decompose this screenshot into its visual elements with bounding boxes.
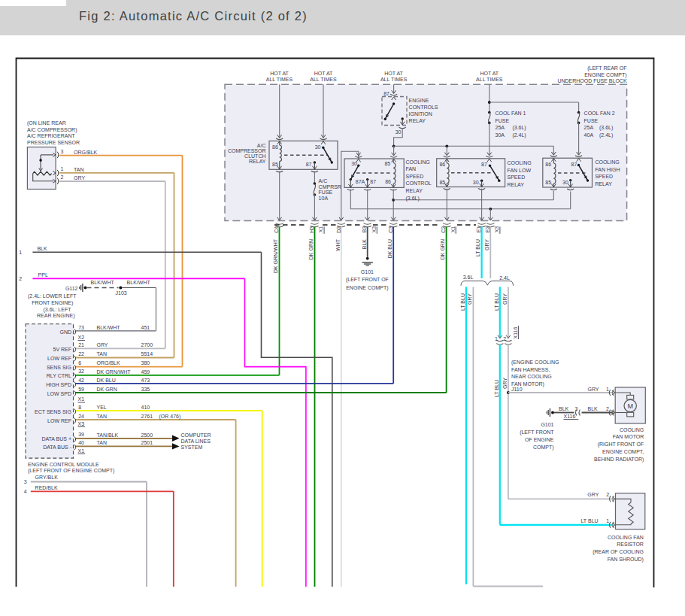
svg-text:YEL: YEL xyxy=(97,405,107,410)
svg-text:87: 87 xyxy=(370,179,376,184)
svg-text:3: 3 xyxy=(575,406,578,411)
svg-text:335: 335 xyxy=(141,387,150,392)
svg-text:5V REF: 5V REF xyxy=(53,347,71,352)
svg-text:42: 42 xyxy=(78,378,84,383)
svg-text:(3.6L: LEFT: (3.6L: LEFT xyxy=(44,307,72,313)
svg-text:PRESSURE SENSOR: PRESSURE SENSOR xyxy=(27,140,80,145)
svg-text:X1: X1 xyxy=(78,396,85,402)
svg-text:87A: 87A xyxy=(356,179,365,184)
svg-text:CONTROL: CONTROL xyxy=(406,181,432,186)
svg-text:ECT SENS SIG: ECT SENS SIG xyxy=(35,409,71,414)
svg-text:(ENGINE COOLING: (ENGINE COOLING xyxy=(511,360,559,366)
svg-text:TAN: TAN xyxy=(97,351,107,357)
svg-text:(LEFT REAR OF: (LEFT REAR OF xyxy=(587,65,626,71)
svg-text:85: 85 xyxy=(439,180,445,185)
svg-text:HOT AT: HOT AT xyxy=(314,71,333,76)
svg-text:X1: X1 xyxy=(450,226,456,233)
svg-text:(2.4L): (2.4L) xyxy=(512,132,526,138)
svg-text:BEHIND RADIATOR): BEHIND RADIATOR) xyxy=(594,457,644,463)
svg-text:RESISTOR: RESISTOR xyxy=(617,542,644,547)
svg-text:X116: X116 xyxy=(564,414,576,419)
svg-text:(2.4L: LOWER LEFT: (2.4L: LOWER LEFT xyxy=(28,293,77,299)
svg-text:FUSE: FUSE xyxy=(496,118,510,123)
svg-text:DK GRN: DK GRN xyxy=(440,239,445,259)
svg-text:RELAY: RELAY xyxy=(409,118,426,123)
svg-text:2500: 2500 xyxy=(141,432,153,438)
svg-text:40A: 40A xyxy=(584,132,594,138)
svg-text:LOW REF: LOW REF xyxy=(47,356,71,361)
svg-text:ORG/BLK: ORG/BLK xyxy=(97,360,120,366)
svg-text:RELAY: RELAY xyxy=(406,188,423,193)
svg-text:DK GRN: DK GRN xyxy=(308,239,314,259)
svg-text:2: 2 xyxy=(606,406,609,411)
svg-text:4: 4 xyxy=(24,489,27,494)
svg-text:ALL TIMES: ALL TIMES xyxy=(380,77,408,82)
svg-text:G101: G101 xyxy=(541,422,553,427)
svg-text:1: 1 xyxy=(495,336,498,341)
svg-text:X3: X3 xyxy=(78,421,85,426)
svg-text:D2: D2 xyxy=(336,226,341,233)
svg-text:C2: C2 xyxy=(441,226,446,233)
svg-text:459: 459 xyxy=(141,369,150,375)
svg-text:(3.6L): (3.6L) xyxy=(406,196,420,202)
svg-text:DK GRN/WHT: DK GRN/WHT xyxy=(97,369,132,375)
svg-text:30: 30 xyxy=(396,129,402,135)
svg-text:FAN HIGH: FAN HIGH xyxy=(595,167,620,172)
svg-text:X2: X2 xyxy=(78,335,85,340)
svg-text:H3: H3 xyxy=(309,226,314,233)
svg-text:GRY: GRY xyxy=(484,239,490,250)
svg-text:2761: 2761 xyxy=(141,414,153,419)
svg-text:A/C: A/C xyxy=(319,178,328,184)
svg-text:LT BLU: LT BLU xyxy=(494,380,499,397)
svg-text:COOLING FAN: COOLING FAN xyxy=(608,535,644,540)
svg-text:DATA LINES: DATA LINES xyxy=(181,438,211,444)
svg-text:GRY: GRY xyxy=(588,387,599,392)
svg-text:87: 87 xyxy=(571,162,577,167)
svg-text:5514: 5514 xyxy=(141,351,153,357)
svg-text:IGNITION: IGNITION xyxy=(409,111,432,117)
svg-text:2700: 2700 xyxy=(141,342,153,347)
svg-text:(ON LINE REAR: (ON LINE REAR xyxy=(27,120,66,126)
svg-text:COOL FAN 1: COOL FAN 1 xyxy=(496,111,526,116)
svg-text:J103: J103 xyxy=(116,290,127,296)
svg-text:BLK/WHT: BLK/WHT xyxy=(127,280,151,285)
svg-text:RLY CTRL: RLY CTRL xyxy=(47,373,71,378)
svg-text:GRY: GRY xyxy=(97,342,108,347)
svg-text:COMPUTER: COMPUTER xyxy=(181,432,211,438)
svg-text:30: 30 xyxy=(562,180,568,185)
svg-text:G101: G101 xyxy=(361,269,374,275)
svg-text:CMPRSR: CMPRSR xyxy=(319,184,341,190)
svg-text:40: 40 xyxy=(78,440,84,445)
svg-text:(LEFT FRONT: (LEFT FRONT xyxy=(520,429,554,435)
svg-text:86: 86 xyxy=(385,179,391,184)
svg-text:451: 451 xyxy=(141,325,150,330)
svg-text:(REAR OF COOLING: (REAR OF COOLING xyxy=(593,549,644,555)
svg-text:SPEED: SPEED xyxy=(508,174,526,180)
svg-text:LT BLU: LT BLU xyxy=(460,293,465,311)
svg-text:GRY: GRY xyxy=(502,293,508,305)
svg-text:LOW SPD: LOW SPD xyxy=(47,391,71,396)
svg-text:NEAR COOLING: NEAR COOLING xyxy=(511,374,552,379)
svg-text:E2: E2 xyxy=(485,226,490,233)
svg-text:RED/BLK: RED/BLK xyxy=(35,485,58,490)
svg-text:X1: X1 xyxy=(78,448,85,454)
svg-text:85: 85 xyxy=(384,161,390,166)
svg-text:FAN LOW: FAN LOW xyxy=(508,168,532,173)
svg-text:(LEFT FRONT OF ENGINE COMPT): (LEFT FRONT OF ENGINE COMPT) xyxy=(28,468,114,474)
svg-text:GRY/BLK: GRY/BLK xyxy=(35,475,59,480)
svg-text:C4: C4 xyxy=(274,226,279,233)
svg-text:DK BLU: DK BLU xyxy=(387,239,393,258)
svg-text:FAN MOTOR: FAN MOTOR xyxy=(613,434,644,439)
svg-text:FUSE: FUSE xyxy=(584,118,599,123)
svg-text:COOLING: COOLING xyxy=(406,159,430,165)
svg-text:30: 30 xyxy=(473,180,479,185)
svg-text:OF ENGINE: OF ENGINE xyxy=(525,437,554,442)
svg-text:ENGINE COMPT): ENGINE COMPT) xyxy=(584,72,626,78)
svg-text:6: 6 xyxy=(78,360,81,366)
svg-text:X116: X116 xyxy=(513,327,518,339)
svg-text:(RIGHT FRONT OF: (RIGHT FRONT OF xyxy=(598,442,644,448)
svg-text:59: 59 xyxy=(78,387,84,392)
svg-text:CONTROLS: CONTROLS xyxy=(409,105,438,110)
svg-text:BLK: BLK xyxy=(559,406,569,411)
svg-text:30A: 30A xyxy=(496,132,505,138)
